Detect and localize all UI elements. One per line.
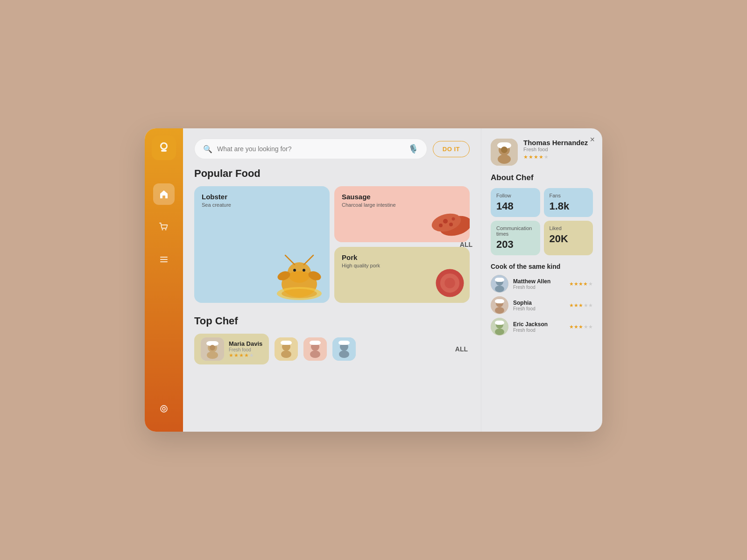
lobster-illustration	[269, 242, 330, 303]
chef-avatar-2[interactable]	[275, 337, 298, 361]
sidebar-item-home[interactable]	[153, 183, 175, 205]
svg-point-54	[495, 286, 504, 292]
cook-item-eric[interactable]: Eric Jackson Fresh food ★★★★★	[491, 318, 593, 336]
svg-point-32	[210, 345, 215, 350]
svg-rect-36	[281, 341, 292, 345]
pork-illustration	[432, 266, 467, 301]
chef-profile-name: Thomas Hernandez	[523, 139, 593, 147]
cook-info-eric: Eric Jackson Fresh food	[513, 321, 564, 333]
stat-follow-label: Follow	[496, 193, 535, 198]
stat-fans: Fans 1.8k	[544, 188, 593, 217]
featured-chef-info: Maria Davis Fresh food ★★★★★	[229, 340, 262, 358]
cook-sub-eric: Fresh food	[513, 328, 564, 333]
cook-stars-eric: ★★★★★	[569, 324, 593, 330]
svg-point-33	[207, 351, 218, 359]
svg-rect-61	[495, 321, 504, 325]
svg-point-2	[162, 144, 166, 148]
svg-point-58	[495, 307, 504, 314]
stats-grid: Follow 148 Fans 1.8k Communication times…	[491, 188, 593, 255]
top-chef-section: Top Chef Maria D	[194, 315, 470, 364]
svg-rect-57	[495, 299, 504, 303]
chef-avatar-4[interactable]	[332, 337, 356, 361]
search-icon: 🔍	[203, 145, 212, 154]
chef-profile-tag: Fresh food	[523, 147, 593, 152]
svg-point-8	[161, 406, 167, 412]
close-button[interactable]: ×	[590, 135, 595, 145]
svg-point-9	[162, 407, 165, 410]
svg-rect-7	[160, 261, 168, 262]
stat-liked-value: 20K	[550, 233, 588, 245]
cook-sub-sophia: Fresh food	[513, 306, 564, 311]
stat-follow: Follow 148	[491, 188, 540, 217]
stat-fans-value: 1.8k	[550, 200, 588, 212]
chef-profile-info: Thomas Hernandez Fresh food ★★★★★	[523, 139, 593, 160]
svg-rect-44	[338, 341, 350, 345]
svg-point-50	[498, 154, 511, 164]
chef-avatar-3[interactable]	[303, 337, 327, 361]
cook-list: Matthew Allen Fresh food ★★★★★	[491, 275, 593, 336]
cook-stars-matthew: ★★★★★	[569, 281, 593, 287]
sidebar-item-list[interactable]	[153, 249, 175, 270]
sausage-illustration	[423, 205, 470, 242]
lobster-subtitle: Sea creature	[202, 202, 322, 208]
featured-chef-stars: ★★★★★	[229, 352, 262, 358]
food-card-pork[interactable]: Pork High quality pork	[334, 247, 470, 303]
cook-avatar-matthew	[491, 275, 508, 293]
sidebar-logo[interactable]	[152, 136, 176, 160]
svg-rect-5	[160, 257, 168, 258]
stat-liked-label: Liked	[550, 225, 588, 231]
stat-follow-value: 148	[496, 200, 535, 212]
main-content: 🔍 🎙️ DO IT Popular Food Lobster Sea crea…	[183, 128, 481, 432]
svg-rect-40	[310, 341, 321, 345]
all-food-button[interactable]: ALL	[458, 237, 474, 252]
search-input[interactable]	[217, 145, 403, 153]
featured-chef-name: Maria Davis	[229, 340, 262, 347]
svg-point-45	[339, 350, 349, 358]
svg-point-25	[452, 217, 455, 221]
stat-communication-value: 203	[496, 238, 535, 251]
food-card-lobster[interactable]: Lobster Sea creature	[194, 186, 330, 303]
cook-avatar-sophia	[491, 296, 508, 314]
right-panel: × Thomas Hernandez Fresh food ★★★★★ Abou…	[481, 128, 602, 432]
cook-info-matthew: Matthew Allen Fresh food	[513, 278, 564, 290]
svg-point-11	[288, 262, 311, 283]
featured-chef-avatar	[201, 337, 224, 361]
svg-point-23	[449, 223, 453, 226]
svg-rect-53	[495, 278, 504, 282]
svg-point-41	[310, 350, 320, 358]
svg-point-62	[495, 329, 504, 335]
search-input-wrap[interactable]: 🔍 🎙️	[194, 139, 427, 159]
cook-item-matthew[interactable]: Matthew Allen Fresh food ★★★★★	[491, 275, 593, 293]
sidebar-nav	[153, 183, 175, 424]
pork-title: Pork	[342, 253, 462, 261]
svg-point-28	[444, 278, 455, 288]
popular-food-section: Popular Food Lobster Sea creature	[194, 168, 470, 313]
about-chef-title: About Chef	[491, 173, 593, 182]
svg-point-37	[281, 350, 291, 358]
do-it-button[interactable]: DO IT	[433, 141, 470, 157]
svg-point-22	[443, 219, 448, 224]
cook-stars-sophia: ★★★★★	[569, 302, 593, 308]
svg-point-17	[303, 269, 305, 272]
food-card-sausage[interactable]: Sausage Charcoal large intestine	[334, 186, 470, 242]
svg-line-15	[304, 255, 313, 265]
cook-name-matthew: Matthew Allen	[513, 278, 564, 285]
all-chef-button[interactable]: ALL	[453, 342, 470, 357]
cook-item-sophia[interactable]: Sophia Fresh food ★★★★★	[491, 296, 593, 314]
sidebar	[145, 128, 183, 432]
stat-fans-label: Fans	[550, 193, 588, 198]
sidebar-item-settings[interactable]	[153, 398, 175, 420]
cook-sub-matthew: Fresh food	[513, 285, 564, 290]
svg-rect-6	[160, 259, 168, 260]
featured-chef-sub: Fresh food	[229, 347, 262, 352]
sidebar-item-cart[interactable]	[153, 216, 175, 238]
featured-chef-card[interactable]: Maria Davis Fresh food ★★★★★	[194, 334, 269, 364]
mic-icon[interactable]: 🎙️	[408, 144, 418, 154]
stat-communication: Communication times 203	[491, 221, 540, 255]
app-container: 🔍 🎙️ DO IT Popular Food Lobster Sea crea…	[145, 128, 602, 432]
food-grid: Lobster Sea creature	[194, 186, 470, 303]
svg-point-49	[501, 147, 507, 153]
svg-point-16	[293, 269, 296, 272]
svg-point-3	[162, 229, 163, 231]
search-bar: 🔍 🎙️ DO IT	[194, 139, 470, 159]
